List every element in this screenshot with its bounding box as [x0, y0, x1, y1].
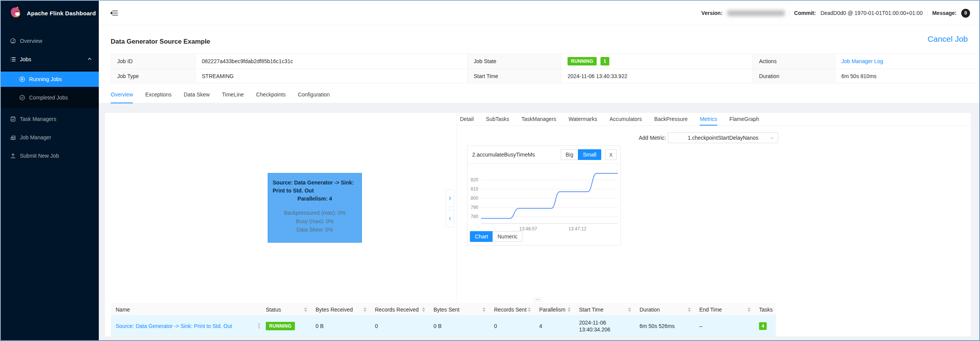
divider — [927, 10, 928, 16]
sidebar-item-running-jobs[interactable]: Running Jobs — [1, 72, 99, 87]
chevron-down-icon — [770, 136, 774, 140]
expand-panel-button[interactable] — [446, 189, 454, 207]
col-bytes-received[interactable]: Bytes Received — [311, 303, 370, 316]
col-start-time[interactable]: Start Time — [574, 303, 635, 316]
tab-metrics[interactable]: Metrics — [700, 113, 717, 126]
running-status-badge: RUNNING — [568, 57, 597, 65]
add-metric-label: Add Metric: — [639, 135, 666, 141]
tab-overview[interactable]: Overview — [111, 86, 133, 103]
tab-flamegraph[interactable]: FlameGraph — [730, 113, 759, 126]
sidebar-item-submit-new-job[interactable]: Submit New Job — [1, 148, 99, 163]
running-count-badge: 1 — [600, 57, 609, 65]
big-button[interactable]: Big — [561, 149, 578, 160]
job-tabs: Overview Exceptions Data Skew TimeLine C… — [111, 86, 979, 103]
add-metric-value: 1.checkpointStartDelayNanos — [688, 135, 758, 141]
close-metric-button[interactable]: X — [605, 149, 617, 160]
job-page: Data Generator Source Example Cancel Job… — [99, 25, 979, 340]
build-icon — [10, 134, 16, 140]
node-metrics: Backpressured (max): 0% Busy (max): 0% D… — [273, 209, 357, 234]
collapse-panel-button[interactable] — [446, 210, 454, 227]
topbar: Version: Commit: DeadD0d0 @ 1970-01-01T0… — [99, 1, 979, 25]
table-row[interactable]: Source: Data Generator -> Sink: Print to… — [111, 316, 776, 336]
tab-checkpoints[interactable]: Checkpoints — [256, 86, 286, 103]
commit-value: DeadD0d0 @ 1970-01-01T01:00:00+01:00 — [820, 10, 923, 16]
sidebar-menu: Overview Jobs Running Jobs Completed Job… — [1, 33, 99, 166]
flink-squirrel-logo-icon — [8, 6, 22, 21]
col-records-sent[interactable]: Records Sent — [489, 303, 535, 316]
cell-records-received: 0 — [370, 316, 429, 336]
cancel-job-button[interactable]: Cancel Job — [928, 34, 968, 44]
svg-text:800: 800 — [471, 196, 478, 201]
duration-label: Duration — [753, 69, 835, 83]
tab-timeline[interactable]: TimeLine — [222, 86, 244, 103]
job-id-label: Job ID — [111, 54, 195, 69]
vertices-table: Name Status Bytes Received Records Recei… — [111, 303, 776, 336]
sort-icon — [422, 307, 425, 312]
sidebar-item-jobs[interactable]: Jobs — [1, 52, 99, 67]
vertex-name-link[interactable]: Source: Data Generator -> Sink: Print to… — [116, 323, 232, 329]
svg-text:790: 790 — [471, 205, 478, 210]
tab-detail[interactable]: Detail — [460, 113, 474, 126]
sidebar-item-task-managers[interactable]: Task Managers — [1, 111, 99, 127]
detail-tabs: Detail SubTasks TaskManagers Watermarks … — [457, 113, 971, 126]
build-info: Version: Commit: DeadD0d0 @ 1970-01-01T0… — [701, 1, 970, 25]
chevron-right-icon — [447, 196, 453, 201]
tab-taskmanagers[interactable]: TaskManagers — [522, 113, 556, 126]
tab-accumulators[interactable]: Accumulators — [609, 113, 642, 126]
message-label: Message: — [932, 10, 957, 16]
tab-data-skew[interactable]: Data Skew — [184, 86, 210, 103]
col-duration[interactable]: Duration — [635, 303, 695, 316]
add-metric-select[interactable]: 1.checkpointStartDelayNanos — [668, 132, 778, 143]
running-status-badge: RUNNING — [266, 322, 295, 330]
small-button[interactable]: Small — [578, 149, 601, 160]
job-type-value: STREAMING — [195, 69, 467, 83]
drag-handle-icon[interactable] — [258, 325, 260, 326]
size-toggle: Big Small — [561, 149, 601, 160]
list-icon — [10, 56, 16, 62]
tab-exceptions[interactable]: Exceptions — [145, 86, 171, 103]
metric-card-header: 2.accumulateBusyTimeMs Big Small X — [468, 146, 620, 164]
metric-title: 2.accumulateBusyTimeMs — [472, 152, 561, 158]
metric-chart-card: 2.accumulateBusyTimeMs Big Small X 78079… — [467, 145, 621, 246]
ellipsis-icon — [537, 299, 538, 300]
job-state-value: RUNNING 1 — [561, 54, 753, 69]
sidebar-item-overview[interactable]: Overview — [1, 33, 99, 49]
cell-parallelism: 4 — [535, 316, 574, 336]
col-status[interactable]: Status — [261, 303, 311, 316]
col-records-received[interactable]: Records Received — [370, 303, 429, 316]
cell-name: Source: Data Generator -> Sink: Print to… — [111, 316, 261, 336]
menu-fold-icon[interactable] — [110, 10, 118, 16]
app-logo[interactable]: Apache Flink Dashboard — [1, 1, 99, 25]
message-count-badge[interactable]: 0 — [961, 9, 970, 18]
cell-records-sent: 0 — [489, 316, 535, 336]
job-type-label: Job Type — [111, 69, 195, 83]
tab-backpressure[interactable]: BackPressure — [654, 113, 687, 126]
job-graph-node[interactable]: Source: Data Generator -> Sink: Print to… — [268, 173, 362, 243]
svg-text:820: 820 — [471, 177, 478, 183]
job-manager-log-link[interactable]: Job Manager Log — [841, 58, 883, 64]
cell-tasks: 4 — [754, 316, 776, 336]
tab-configuration[interactable]: Configuration — [298, 86, 330, 103]
job-header-card: Data Generator Source Example Cancel Job… — [99, 25, 979, 103]
sort-icon — [363, 307, 366, 312]
divider — [789, 10, 790, 16]
node-name: Source: Data Generator -> Sink: Print to… — [273, 179, 357, 195]
chart-view-button[interactable]: Chart — [470, 231, 493, 242]
cell-bytes-received: 0 B — [311, 316, 370, 336]
col-parallelism[interactable]: Parallelism — [535, 303, 574, 316]
tab-subtasks[interactable]: SubTasks — [486, 113, 509, 126]
split-handle[interactable] — [533, 298, 542, 302]
col-bytes-sent[interactable]: Bytes Sent — [429, 303, 489, 316]
tab-watermarks[interactable]: Watermarks — [569, 113, 597, 126]
sidebar-item-job-manager[interactable]: Job Manager — [1, 130, 99, 145]
app-title: Apache Flink Dashboard — [27, 10, 96, 16]
numeric-view-button[interactable]: Numeric — [492, 231, 522, 242]
node-parallelism: Parallelism: 4 — [273, 195, 357, 203]
node-backpressured: Backpressured (max): 0% — [273, 209, 357, 217]
col-end-time[interactable]: End Time — [695, 303, 754, 316]
sidebar-item-completed-jobs[interactable]: Completed Jobs — [1, 90, 99, 105]
duration-value: 6m 50s 810ms — [835, 69, 980, 83]
metric-line-chart: 78079080081082013:46:5713:47:12 — [468, 165, 621, 233]
sort-icon — [304, 307, 307, 312]
chevron-left-icon — [447, 216, 453, 221]
